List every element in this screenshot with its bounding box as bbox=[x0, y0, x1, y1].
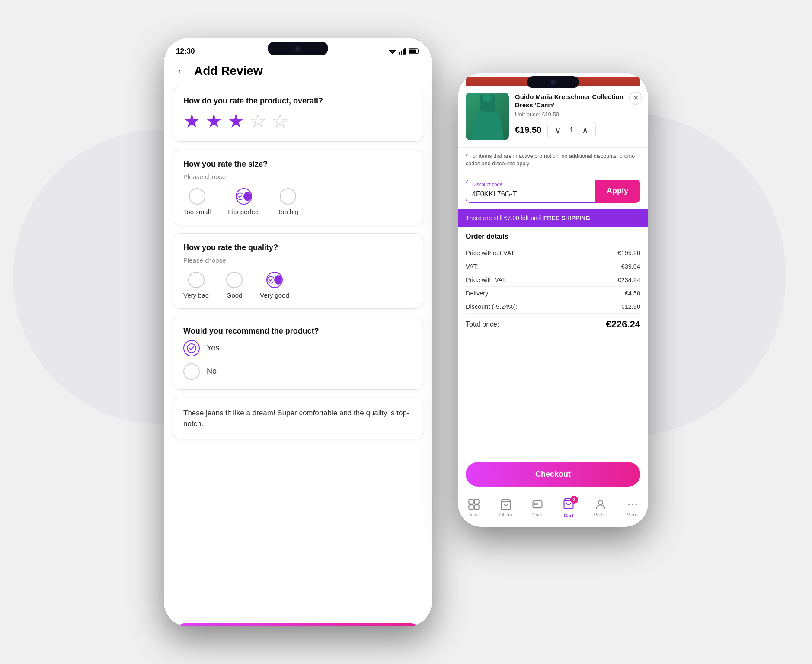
nav-profile[interactable]: Profile bbox=[594, 498, 607, 517]
card-icon bbox=[531, 498, 543, 510]
discount-row-label: Discount (-5.24%): bbox=[466, 303, 518, 310]
total-label: Total price: bbox=[466, 321, 499, 328]
discount-input-wrap[interactable]: Discount code 4F0KKL76G-T bbox=[466, 180, 595, 203]
nav-home[interactable]: Home bbox=[467, 498, 480, 517]
quality-label-very-good: Very good bbox=[260, 292, 289, 299]
recommend-yes[interactable]: Yes bbox=[183, 340, 412, 356]
size-radio-too-small[interactable] bbox=[189, 188, 205, 205]
nav-menu[interactable]: Menu bbox=[627, 498, 639, 517]
offers-label: Offers bbox=[499, 512, 512, 517]
nav-cart[interactable]: 3 Cart bbox=[563, 497, 575, 518]
quality-option-very-good[interactable]: Very good bbox=[260, 272, 289, 299]
size-label-too-small: Too small bbox=[183, 208, 211, 215]
recommend-no[interactable]: No bbox=[183, 363, 412, 380]
order-row-price-vat: Price without VAT: €195.20 bbox=[466, 247, 640, 260]
recommend-no-label: No bbox=[207, 367, 217, 376]
order-row-price-with-vat: Price with VAT: €234.24 bbox=[466, 273, 640, 287]
offers-icon bbox=[500, 498, 512, 510]
svg-rect-3 bbox=[401, 51, 402, 55]
vat-value: €39.04 bbox=[621, 263, 640, 270]
remove-product-button[interactable]: ✕ bbox=[629, 92, 642, 105]
review-header: ← Add Review bbox=[164, 60, 432, 87]
review-text-card[interactable]: These jeans fit like a dream! Super comf… bbox=[173, 398, 423, 439]
svg-rect-4 bbox=[403, 49, 404, 55]
delivery-value: €4.50 bbox=[625, 290, 640, 297]
size-radio-too-big[interactable] bbox=[280, 188, 296, 205]
camera-notch-left bbox=[268, 42, 328, 55]
size-label-fits-perfect: Fits perfect bbox=[228, 208, 260, 215]
order-details: Order details Price without VAT: €195.20… bbox=[458, 227, 648, 458]
size-option-fits-perfect[interactable]: Fits perfect bbox=[228, 188, 260, 215]
free-shipping-text: FREE SHIPPING bbox=[543, 215, 590, 221]
stars-row[interactable]: ★ ★ ★ ☆ ☆ bbox=[183, 110, 412, 132]
cart-badge: 3 bbox=[570, 496, 578, 504]
discount-row: Discount code 4F0KKL76G-T Apply bbox=[458, 173, 648, 209]
apply-button[interactable]: Apply bbox=[595, 180, 640, 203]
promo-note: * For items that are in active promotion… bbox=[458, 148, 648, 173]
total-value: €226.24 bbox=[606, 319, 640, 330]
svg-rect-15 bbox=[474, 499, 479, 504]
quality-radio-good[interactable] bbox=[226, 272, 243, 288]
checkout-button[interactable]: Checkout bbox=[466, 462, 640, 487]
very-good-checkmark bbox=[267, 275, 275, 285]
product-image bbox=[466, 93, 509, 140]
signal-icon bbox=[399, 48, 406, 55]
nav-offers[interactable]: Offers bbox=[499, 498, 512, 517]
size-radio-fits-perfect[interactable] bbox=[236, 188, 252, 205]
svg-rect-14 bbox=[469, 499, 473, 504]
svg-point-23 bbox=[598, 500, 602, 504]
qty-value: 1 bbox=[567, 126, 576, 135]
quality-radio-very-good[interactable] bbox=[266, 272, 283, 288]
svg-rect-16 bbox=[469, 505, 473, 510]
home-label: Home bbox=[467, 512, 480, 517]
left-phone: 12:30 bbox=[164, 38, 432, 626]
qty-increase-button[interactable]: ∧ bbox=[579, 124, 591, 136]
recommend-options: Yes No bbox=[183, 340, 412, 380]
nav-card[interactable]: Card bbox=[531, 498, 543, 517]
cart-label: Cart bbox=[564, 513, 573, 518]
menu-icon bbox=[627, 498, 639, 510]
quality-rating-card: How you rate the quality? Please choose … bbox=[173, 233, 423, 309]
camera-notch-right bbox=[527, 76, 579, 88]
size-option-too-small[interactable]: Too small bbox=[183, 188, 211, 215]
size-option-too-big[interactable]: Too big bbox=[278, 188, 298, 215]
vat-label: VAT: bbox=[466, 263, 478, 270]
unit-price: Unit price: €19.50 bbox=[515, 111, 640, 118]
discount-label: Discount code bbox=[472, 182, 502, 187]
battery-icon bbox=[409, 48, 420, 54]
star-5[interactable]: ☆ bbox=[272, 110, 288, 132]
quality-radio-very-bad[interactable] bbox=[188, 272, 205, 288]
star-3[interactable]: ★ bbox=[227, 110, 244, 132]
price-qty-row: €19.50 ∨ 1 ∧ bbox=[515, 122, 640, 138]
time-display: 12:30 bbox=[176, 47, 195, 56]
recommend-question: Would you recommend the product? bbox=[183, 327, 412, 336]
recommend-yes-circle[interactable] bbox=[183, 340, 200, 356]
size-options: Too small Fits perfect bbox=[183, 188, 412, 215]
overall-question: How do you rate the product, overall? bbox=[183, 96, 412, 106]
quality-option-very-bad[interactable]: Very bad bbox=[183, 272, 209, 299]
wifi-icon bbox=[389, 48, 396, 55]
quality-label-good: Good bbox=[227, 292, 243, 299]
back-button[interactable]: ← bbox=[176, 64, 187, 77]
recommend-no-circle[interactable] bbox=[183, 363, 200, 380]
qty-decrease-button[interactable]: ∨ bbox=[552, 124, 564, 136]
bottom-navigation: Home Offers bbox=[458, 491, 648, 527]
send-button[interactable]: Send bbox=[173, 623, 423, 626]
order-details-title: Order details bbox=[466, 233, 640, 241]
cart-icon-wrap: 3 bbox=[563, 497, 575, 511]
svg-point-9 bbox=[237, 193, 244, 200]
camera-dot-left bbox=[295, 46, 301, 51]
svg-point-25 bbox=[632, 504, 633, 505]
shipping-prefix: There are still €7.00 left until bbox=[466, 215, 543, 221]
svg-rect-2 bbox=[399, 52, 400, 55]
star-1[interactable]: ★ bbox=[183, 110, 200, 132]
star-4[interactable]: ☆ bbox=[249, 110, 266, 132]
quality-option-good[interactable]: Good bbox=[226, 272, 243, 299]
svg-rect-8 bbox=[409, 50, 416, 53]
left-phone-screen: 12:30 bbox=[164, 38, 432, 626]
home-icon bbox=[468, 498, 480, 510]
size-rating-card: How you rate the size? Please choose Too… bbox=[173, 150, 423, 225]
price-with-vat-value: €234.24 bbox=[618, 276, 640, 283]
star-2[interactable]: ★ bbox=[205, 110, 222, 132]
size-subtitle: Please choose bbox=[183, 173, 412, 180]
